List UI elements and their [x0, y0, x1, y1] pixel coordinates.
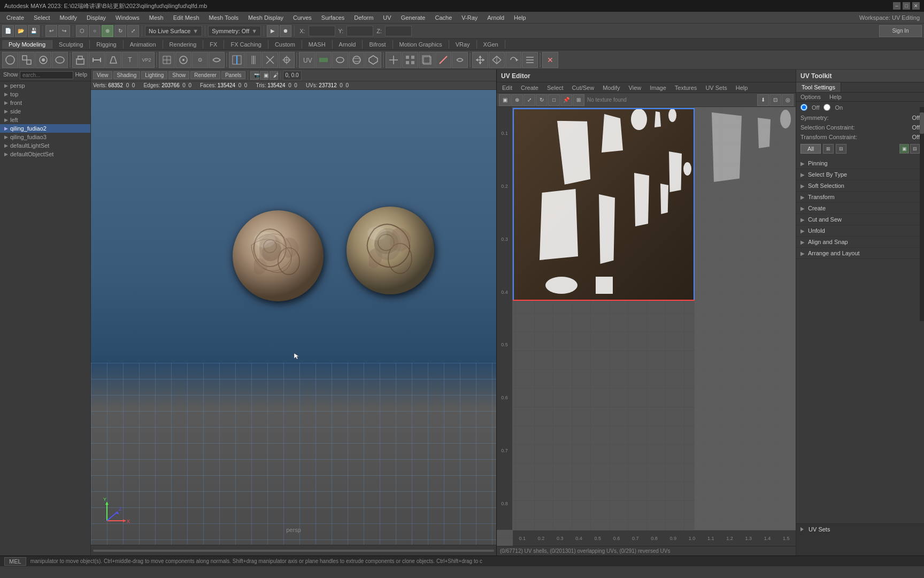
shelf-sew-btn[interactable]	[452, 52, 468, 68]
outliner-item-left[interactable]: ▶ left	[0, 116, 90, 124]
shelf-planar-btn[interactable]	[315, 52, 332, 68]
select-mode-btn[interactable]: ▣	[260, 71, 268, 80]
tab-fx-caching[interactable]: FX Caching	[224, 40, 268, 49]
uv-select-shell-btn[interactable]: □	[548, 94, 560, 106]
tab-custom[interactable]: Custom	[268, 40, 302, 49]
tab-poly-modeling[interactable]: Poly Modeling	[2, 40, 52, 49]
shelf-uv-btn[interactable]: UV	[299, 52, 315, 68]
mel-indicator[interactable]: MEL	[4, 557, 26, 566]
tab-mash[interactable]: MASH	[302, 40, 333, 49]
unfold-item[interactable]: ▶ Unfold	[796, 225, 924, 237]
uv-checker-btn[interactable]: ⊞	[573, 94, 584, 106]
show-button[interactable]: Show	[3, 71, 18, 79]
shelf-snap-btn[interactable]	[175, 52, 191, 68]
uv-pin-btn[interactable]: 📌	[560, 94, 572, 106]
right-panel-scrollbar[interactable]	[920, 107, 924, 321]
shelf-spherical-btn[interactable]	[349, 52, 365, 68]
lighting-menu-button[interactable]: Lighting	[141, 71, 167, 79]
tab-rigging[interactable]: Rigging	[90, 40, 123, 49]
uv-sets-title[interactable]: UV Sets	[800, 526, 920, 533]
move-button[interactable]: ⊕	[102, 25, 113, 37]
menu-uv[interactable]: UV	[379, 13, 395, 22]
uv-menu-view[interactable]: View	[626, 84, 645, 92]
menu-mesh-tools[interactable]: Mesh Tools	[205, 13, 243, 22]
shelf-mesh-btn[interactable]	[2, 52, 18, 68]
outliner-item-persp[interactable]: ▶ persp	[0, 81, 90, 90]
menu-help[interactable]: Help	[510, 13, 530, 22]
menu-modify[interactable]: Modify	[56, 13, 81, 22]
tab-animation[interactable]: Animation	[124, 40, 163, 49]
shading-menu-button[interactable]: Shading	[113, 71, 141, 79]
soft-selection-item[interactable]: ▶ Soft Selection	[796, 180, 924, 192]
paint-btn[interactable]: 🖌	[270, 71, 278, 80]
shelf-vp2-btn[interactable]: VP2	[138, 52, 155, 68]
menu-display[interactable]: Display	[82, 13, 110, 22]
menu-windows[interactable]: Windows	[111, 13, 144, 22]
menu-surfaces[interactable]: Surfaces	[317, 13, 349, 22]
shelf-autounwrap-btn[interactable]	[365, 52, 381, 68]
viewport-canvas[interactable]: X Y Z persp	[91, 90, 496, 545]
pinning-item[interactable]: ▶ Pinning	[796, 158, 924, 169]
shelf-smooth-btn[interactable]	[52, 52, 68, 68]
shelf-offset-edge-btn[interactable]	[245, 52, 261, 68]
shelf-loop-btn[interactable]	[209, 52, 225, 68]
ipr-render-button[interactable]: ⏺	[280, 25, 291, 37]
uv-rotate-btn[interactable]: ↻	[536, 94, 548, 106]
close-button[interactable]: ✕	[912, 2, 920, 10]
uv-menu-modify[interactable]: Modify	[599, 84, 623, 92]
menu-generate[interactable]: Generate	[397, 13, 430, 22]
menu-select[interactable]: Select	[29, 13, 55, 22]
outliner-item-top[interactable]: ▶ top	[0, 90, 90, 98]
tab-arnold[interactable]: Arnold	[333, 40, 363, 49]
shelf-separate-btn[interactable]	[35, 52, 51, 68]
minimize-button[interactable]: –	[893, 2, 900, 10]
uv-menu-create[interactable]: Create	[518, 84, 542, 92]
outliner-item-qiling2[interactable]: ▶ qiling_fudiao2	[0, 124, 90, 133]
grid-small-btn-1[interactable]: ⊞	[823, 144, 834, 154]
help-button[interactable]: Help	[75, 71, 87, 79]
rotate-button[interactable]: ↻	[114, 25, 126, 37]
shelf-rotate-btn[interactable]	[505, 52, 521, 68]
lasso-button[interactable]: ○	[89, 25, 101, 37]
shelf-layout-btn[interactable]	[402, 52, 418, 68]
options-menu[interactable]: Options	[796, 93, 825, 101]
transform-item[interactable]: ▶ Transform	[796, 192, 924, 203]
menu-vray[interactable]: V-Ray	[457, 13, 482, 22]
render-button[interactable]: ▶	[267, 25, 279, 37]
create-item[interactable]: ▶ Create	[796, 203, 924, 214]
y-coord-field[interactable]	[346, 26, 373, 36]
shelf-bevel-btn[interactable]	[105, 52, 121, 68]
menu-deform[interactable]: Deform	[350, 13, 378, 22]
help-menu[interactable]: Help	[825, 93, 846, 101]
uv-canvas-area[interactable]: 0.10.20.30.4 0.50.60.70.8	[497, 107, 796, 546]
cut-and-sew-item[interactable]: ▶ Cut and Sew	[796, 214, 924, 225]
shelf-bridge-btn[interactable]	[89, 52, 105, 68]
save-file-button[interactable]: 💾	[28, 25, 40, 37]
uv-move-btn[interactable]: ⊕	[511, 94, 523, 106]
sym-radio-on[interactable]	[823, 104, 830, 111]
shelf-unfold-btn[interactable]	[386, 52, 402, 68]
show-menu-button[interactable]: Show	[168, 71, 189, 79]
all-button[interactable]: All	[800, 144, 821, 154]
shelf-flip-btn[interactable]	[489, 52, 505, 68]
uv-scale-btn[interactable]: ⤢	[523, 94, 535, 106]
redo-button[interactable]: ↪	[58, 25, 70, 37]
search-input[interactable]	[20, 71, 73, 79]
uv-isolate-btn[interactable]: ◎	[782, 94, 794, 106]
undo-button[interactable]: ↩	[45, 25, 57, 37]
tab-fx[interactable]: FX	[203, 40, 224, 49]
shelf-combine-btn[interactable]	[19, 52, 35, 68]
shelf-extrude-btn[interactable]	[72, 52, 88, 68]
menu-edit-mesh[interactable]: Edit Mesh	[169, 13, 204, 22]
select-by-type-item[interactable]: ▶ Select By Type	[796, 169, 924, 180]
shelf-stack-btn[interactable]	[419, 52, 435, 68]
tab-sculpting[interactable]: Sculpting	[52, 40, 90, 49]
x-coord-field[interactable]	[309, 26, 335, 36]
select-tool-button[interactable]: ⬡	[76, 25, 88, 37]
new-file-button[interactable]: 📄	[2, 25, 14, 37]
shelf-cut-uv-btn[interactable]	[435, 52, 451, 68]
menu-cache[interactable]: Cache	[431, 13, 457, 22]
cam-btn[interactable]: 📷	[250, 71, 259, 80]
menu-mesh-display[interactable]: Mesh Display	[244, 13, 288, 22]
uv-menu-textures[interactable]: Textures	[672, 84, 700, 92]
